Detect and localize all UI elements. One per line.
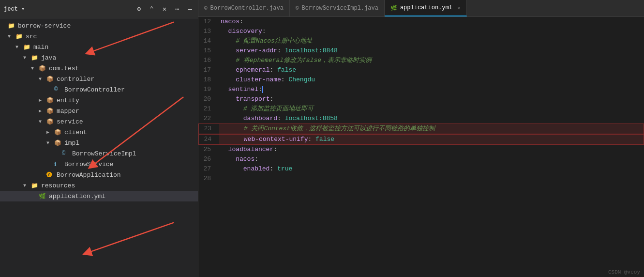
code-line-24: 24 web-context-unify: false xyxy=(198,134,644,145)
line-content: discovery: xyxy=(219,27,644,36)
tree-label: java xyxy=(41,54,56,62)
code-line-13: 13 discovery: xyxy=(198,27,644,36)
line-number: 13 xyxy=(198,27,219,36)
tree-item-com-test[interactable]: ▼📦com.test xyxy=(0,63,198,74)
tree-item-service[interactable]: ▼📦service xyxy=(0,116,198,127)
code-line-17: 17 ephemeral: false xyxy=(198,65,644,75)
code-line-22: 22 dashboard: localhost:8858 xyxy=(198,114,644,123)
file-icon: © xyxy=(54,86,63,93)
line-number: 20 xyxy=(198,94,219,104)
file-icon: 📁 xyxy=(31,182,40,189)
tree-item-client[interactable]: ▶📦client xyxy=(0,127,198,138)
code-line-27: 27 enabled: true xyxy=(198,164,644,174)
code-line-19: 19 sentinel: xyxy=(198,85,644,94)
code-line-16: 16 # 将ephemeral修改为false，表示非临时实例 xyxy=(198,56,644,65)
line-number: 21 xyxy=(198,104,219,114)
file-icon: © xyxy=(62,150,71,157)
tree-arrow: ▶ xyxy=(39,97,46,103)
line-content: dashboard: localhost:8858 xyxy=(219,114,644,123)
code-line-15: 15 server-addr: localhost:8848 xyxy=(198,46,644,56)
tree-item-java[interactable]: ▼📁java xyxy=(0,52,198,63)
editor-panel: ©BorrowController.java©BorrowServiceImpl… xyxy=(198,0,644,277)
code-line-12: 12nacos: xyxy=(198,17,644,27)
file-icon: 📁 xyxy=(8,22,16,30)
tree-arrow: ▶ xyxy=(39,108,46,114)
line-number: 24 xyxy=(199,135,219,144)
line-content: # 配置Nacos注册中心地址 xyxy=(219,36,644,46)
tab-close[interactable]: ✕ xyxy=(457,5,461,11)
minimize-icon[interactable]: — xyxy=(186,4,194,14)
code-line-28: 28 xyxy=(198,174,644,184)
file-icon: 🌿 xyxy=(39,193,47,200)
project-title: ject ▾ xyxy=(4,5,25,13)
code-line-25: 25 loadbalancer: xyxy=(198,145,644,154)
line-content: cluster-name: Chengdu xyxy=(219,75,644,85)
line-content: enabled: true xyxy=(219,164,644,174)
line-content: transport: xyxy=(219,94,644,104)
tree-arrow: ▼ xyxy=(39,119,46,124)
tab-application-yml[interactable]: 🌿application.yml✕ xyxy=(385,0,467,16)
tree-item-src[interactable]: ▼📁src xyxy=(0,31,198,42)
tree-item-borrow-service[interactable]: 📁borrow-service xyxy=(0,20,198,31)
tree-item-mapper[interactable]: ▶📦mapper xyxy=(0,106,198,116)
tree-item-controller[interactable]: ▼📦controller xyxy=(0,74,198,84)
sync-icon[interactable]: ⌃ xyxy=(148,4,155,14)
tree-arrow: ▼ xyxy=(15,45,23,50)
file-icon: ℹ xyxy=(54,161,63,168)
line-content: ephemeral: false xyxy=(219,65,644,75)
tree-label: resources xyxy=(41,182,75,189)
file-icon: 📦 xyxy=(54,139,63,147)
code-line-23: 23 # 关闭Context收敛，这样被监控方法可以进行不同链路的单独控制 xyxy=(198,123,644,134)
tab-borrow-controller[interactable]: ©BorrowController.java xyxy=(198,0,290,16)
tree-arrow: ▼ xyxy=(39,77,46,82)
file-icon: 📁 xyxy=(23,44,32,51)
tree-item-BorrowService[interactable]: ℹBorrowService xyxy=(0,159,198,169)
code-line-14: 14 # 配置Nacos注册中心地址 xyxy=(198,36,644,46)
tree-item-BorrowServiceImpl[interactable]: ©BorrowServiceImpl xyxy=(0,148,198,159)
code-editor: 12nacos:13 discovery:14 # 配置Nacos注册中心地址1… xyxy=(198,17,644,277)
more-icon[interactable]: ⋯ xyxy=(173,4,181,14)
line-content: # 关闭Context收敛，这样被监控方法可以进行不同链路的单独控制 xyxy=(219,124,644,134)
line-content: loadbalancer: xyxy=(219,145,644,154)
close-icon[interactable]: ✕ xyxy=(161,4,168,14)
tab-borrow-service-impl[interactable]: ©BorrowServiceImpl.java xyxy=(290,0,385,16)
tree-arrow: ▼ xyxy=(23,183,31,188)
line-number: 22 xyxy=(198,114,219,123)
tab-icon: 🌿 xyxy=(390,5,397,11)
tree-arrow: ▼ xyxy=(31,66,39,71)
tree-label: mapper xyxy=(57,108,79,115)
add-icon[interactable]: ⊕ xyxy=(135,4,143,14)
tree-item-entity[interactable]: ▶📦entity xyxy=(0,95,198,106)
tree-item-impl[interactable]: ▼📦impl xyxy=(0,138,198,148)
tree-item-BorrowApplication[interactable]: 🅐BorrowApplication xyxy=(0,169,198,180)
line-number: 15 xyxy=(198,46,219,56)
tree-arrow: ▼ xyxy=(46,140,54,146)
tab-icon: © xyxy=(204,5,208,11)
toolbar: ject ▾ ⊕ ⌃ ✕ ⋯ — xyxy=(0,0,198,18)
tabs-bar: ©BorrowController.java©BorrowServiceImpl… xyxy=(198,0,644,17)
tree-item-application-yml-file[interactable]: 🌿application.yml xyxy=(0,191,198,201)
line-number: 28 xyxy=(198,174,219,184)
tree-label: client xyxy=(64,129,87,136)
tree-label: BorrowApplication xyxy=(57,171,121,179)
line-content: nacos: xyxy=(219,154,644,164)
line-number: 14 xyxy=(198,36,219,46)
tree-label: BorrowService xyxy=(64,161,113,168)
tab-label: BorrowServiceImpl.java xyxy=(301,5,378,12)
line-number: 23 xyxy=(199,124,219,134)
tree-item-BorrowController[interactable]: ©BorrowController xyxy=(0,84,198,95)
tree-label: BorrowServiceImpl xyxy=(72,150,136,157)
line-number: 25 xyxy=(198,145,219,154)
tree-label: service xyxy=(57,118,83,125)
file-icon: 📦 xyxy=(46,97,55,104)
line-content: nacos: xyxy=(219,17,644,27)
line-content: server-addr: localhost:8848 xyxy=(219,46,644,56)
tree-item-resources[interactable]: ▼📁resources xyxy=(0,180,198,191)
tab-label: application.yml xyxy=(400,4,452,11)
code-line-18: 18 cluster-name: Chengdu xyxy=(198,75,644,85)
file-icon: 📦 xyxy=(39,65,47,72)
file-tree: 📁borrow-service▼📁src▼📁main▼📁java▼📦com.te… xyxy=(0,18,198,277)
tree-item-main[interactable]: ▼📁main xyxy=(0,42,198,52)
line-number: 12 xyxy=(198,17,219,27)
file-icon: 📦 xyxy=(54,129,63,136)
